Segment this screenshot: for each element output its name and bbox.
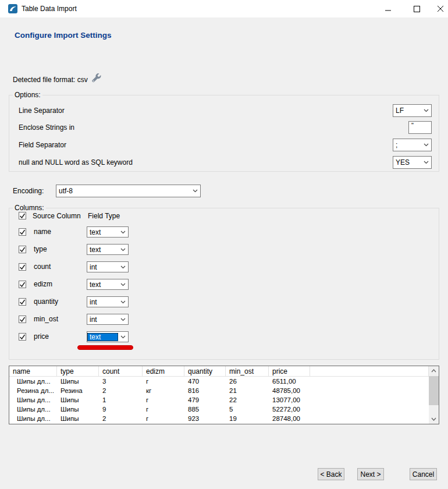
chevron-down-icon xyxy=(421,161,431,164)
preview-table-body: name type count edizm quantity min_ost p… xyxy=(9,366,429,424)
back-button[interactable]: < Back xyxy=(318,468,344,480)
chevron-down-icon xyxy=(421,109,431,112)
column-checkbox-count[interactable] xyxy=(19,263,26,271)
table-row[interactable]: Шипы дл... Шипы 1 г 479 22 13077,00 xyxy=(9,395,429,405)
field-type-select-price[interactable]: text xyxy=(87,331,129,342)
scroll-up-icon[interactable] xyxy=(429,366,439,375)
field-type-select-name[interactable]: text xyxy=(87,226,129,238)
column-label: edizm xyxy=(34,279,52,290)
preview-header-cell[interactable]: quantity xyxy=(184,366,226,377)
field-type-select-min-ost[interactable]: int xyxy=(87,314,129,325)
column-checkbox-price[interactable] xyxy=(19,333,26,341)
table-row[interactable]: Шипы дл... Шипы 2 г 923 19 28748,00 xyxy=(9,414,429,423)
table-row[interactable]: Шипы дл... Шипы 9 г 885 5 52272,00 xyxy=(9,405,429,414)
table-row[interactable]: Резина дл... Резина 2 кг 816 21 48785,00 xyxy=(9,386,429,395)
column-label: min_ost xyxy=(34,314,58,325)
options-groupbox: Options: Line Separator LF Enclose Strin… xyxy=(9,95,439,172)
chevron-down-icon xyxy=(118,248,128,251)
columns-legend: Columns: xyxy=(13,204,46,212)
page-title: Configure Import Settings xyxy=(15,31,112,40)
column-label: type xyxy=(34,244,47,255)
field-type-select-type[interactable]: text xyxy=(87,244,129,255)
preview-header-cell[interactable]: count xyxy=(99,366,143,377)
check-icon xyxy=(19,299,26,305)
vertical-scrollbar[interactable] xyxy=(429,366,439,424)
maximize-button[interactable] xyxy=(407,0,426,17)
chevron-down-icon xyxy=(118,231,128,234)
preview-header-cell[interactable]: min_ost xyxy=(226,366,269,377)
close-button[interactable] xyxy=(431,0,448,17)
column-label: quantity xyxy=(34,296,58,307)
cancel-button[interactable]: Cancel xyxy=(410,468,437,480)
encoding-select[interactable]: utf-8 xyxy=(56,185,201,197)
scrollbar-thumb[interactable] xyxy=(429,376,439,405)
field-type-header: Field Type xyxy=(88,212,120,220)
enclose-strings-input[interactable]: " xyxy=(408,121,432,134)
close-icon xyxy=(438,6,444,12)
maximize-icon xyxy=(414,6,420,12)
options-legend: Options: xyxy=(13,91,42,99)
chevron-down-icon xyxy=(118,265,128,269)
null-keyword-label: null and NULL word as SQL keyword xyxy=(19,156,133,169)
column-label: count xyxy=(34,261,51,272)
chevron-down-icon xyxy=(190,189,200,193)
encoding-label: Encoding: xyxy=(13,185,44,197)
chevron-down-icon xyxy=(118,283,128,286)
check-icon xyxy=(19,281,26,288)
check-icon xyxy=(19,316,26,323)
title-bar: Table Data Import xyxy=(0,0,448,17)
column-label: name xyxy=(34,226,51,238)
preview-header-cell[interactable]: price xyxy=(269,366,310,377)
column-checkbox-type[interactable] xyxy=(19,246,26,253)
field-type-select-quantity[interactable]: int xyxy=(87,296,129,307)
check-icon xyxy=(19,229,26,235)
preview-header-cell[interactable]: name xyxy=(9,366,57,377)
columns-groupbox: Columns: Source Column Field Type name t… xyxy=(9,208,439,360)
minimize-icon xyxy=(385,6,392,12)
next-button[interactable]: Next > xyxy=(357,468,384,480)
window-title: Table Data Import xyxy=(22,0,77,17)
column-label: price xyxy=(34,331,49,342)
column-checkbox-quantity[interactable] xyxy=(19,298,26,306)
column-checkbox-name[interactable] xyxy=(19,228,26,236)
preview-header-cell[interactable]: edizm xyxy=(143,366,184,377)
chevron-down-icon xyxy=(118,335,128,339)
check-icon xyxy=(19,264,26,270)
enclose-strings-label: Enclose Strings in xyxy=(19,121,74,134)
line-separator-label: Line Separator xyxy=(19,104,65,117)
field-separator-select[interactable]: ; xyxy=(393,139,432,151)
source-column-header: Source Column xyxy=(33,212,81,220)
select-all-checkbox[interactable] xyxy=(19,212,26,219)
column-checkbox-min-ost[interactable] xyxy=(19,316,26,323)
detected-format-label: Detected file format: csv xyxy=(13,76,88,84)
mysql-workbench-icon xyxy=(8,4,17,13)
preview-header-cell[interactable]: type xyxy=(57,366,99,377)
preview-header-filler xyxy=(310,366,429,377)
line-separator-select[interactable]: LF xyxy=(393,104,432,117)
preview-header-row: name type count edizm quantity min_ost p… xyxy=(9,366,429,377)
annotation-underline xyxy=(77,345,133,350)
scroll-down-icon[interactable] xyxy=(429,414,439,424)
chevron-down-icon xyxy=(421,143,431,147)
chevron-down-icon xyxy=(118,318,128,321)
check-icon xyxy=(19,246,26,253)
table-row[interactable]: Шипы дл... Шипы 3 г 470 26 6511,00 xyxy=(9,377,429,386)
check-icon xyxy=(19,334,26,340)
field-type-select-edizm[interactable]: text xyxy=(87,279,129,290)
field-type-select-count[interactable]: int xyxy=(87,261,129,272)
preview-table: name type count edizm quantity min_ost p… xyxy=(9,366,439,424)
null-keyword-select[interactable]: YES xyxy=(393,156,432,169)
check-icon xyxy=(19,212,26,219)
column-checkbox-edizm[interactable] xyxy=(19,281,26,288)
minimize-button[interactable] xyxy=(378,0,398,17)
chevron-down-icon xyxy=(118,300,128,304)
wrench-icon[interactable] xyxy=(91,73,102,85)
field-separator-label: Field Separator xyxy=(19,139,66,151)
